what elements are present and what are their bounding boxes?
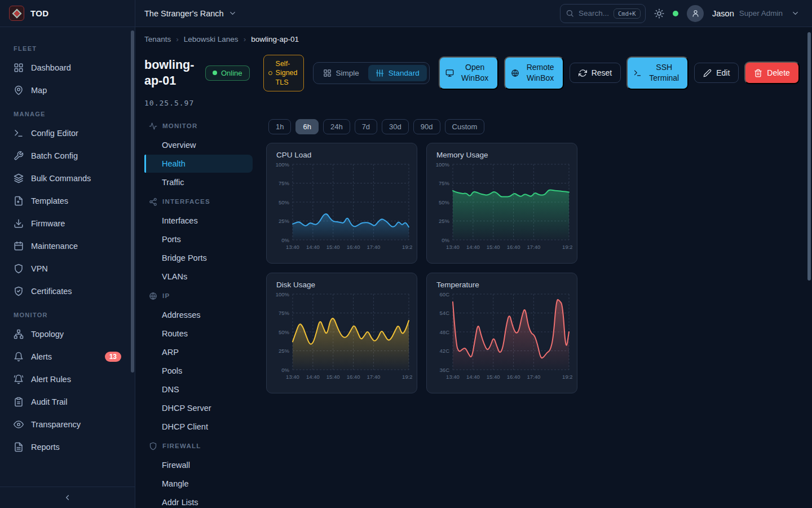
search-input[interactable]: Search... Cmd+K: [560, 4, 646, 23]
edit-button[interactable]: Edit: [694, 63, 739, 83]
cpu-load-chart: 0%25%50%75%100%13:4014:4015:4016:4017:40…: [272, 161, 412, 256]
sidebar-item-alerts[interactable]: Alerts 13: [7, 345, 128, 368]
nav-group-interfaces: INTERFACES: [144, 192, 253, 211]
device-nav-mangle[interactable]: Mangle: [144, 475, 253, 493]
sidebar-item-alert-rules[interactable]: Alert Rules: [7, 368, 128, 391]
time-range-6h[interactable]: 6h: [295, 119, 318, 134]
sidebar-item-transparency[interactable]: Transparency: [7, 413, 128, 436]
time-range-custom[interactable]: Custom: [445, 119, 485, 134]
device-nav-bridge-ports[interactable]: Bridge Ports: [144, 249, 253, 267]
device-nav-dns[interactable]: DNS: [144, 380, 253, 398]
sidebar-scrollbar[interactable]: [131, 30, 134, 373]
sidebar-item-maintenance[interactable]: Maintenance: [7, 235, 128, 257]
chart-title: CPU Load: [276, 151, 412, 159]
reset-button[interactable]: Reset: [570, 63, 621, 83]
sidebar-item-firmware[interactable]: Firmware: [7, 212, 128, 235]
svg-text:17:40: 17:40: [527, 244, 540, 250]
device-nav-dhcp-server[interactable]: DHCP Server: [144, 399, 253, 417]
sidebar-item-certificates[interactable]: Certificates: [7, 280, 128, 303]
memory-usage-chart-card: Memory Usage 0%25%50%75%100%13:4014:4015…: [426, 143, 577, 264]
sidebar-item-map[interactable]: Map: [7, 79, 128, 102]
svg-text:13:40: 13:40: [286, 374, 299, 380]
wrench-icon: [14, 151, 24, 161]
view-option-simple[interactable]: Simple: [316, 65, 367, 81]
svg-text:0%: 0%: [281, 366, 289, 373]
topbar-right: Search... Cmd+K Jason Super Admin: [560, 4, 812, 23]
breadcrumb-tenant-name[interactable]: Lebowski Lanes: [184, 35, 239, 43]
shield-check-icon: [14, 286, 24, 296]
svg-text:25%: 25%: [279, 348, 290, 354]
sidebar-collapse-button[interactable]: [0, 487, 135, 508]
sidebar-item-config-editor[interactable]: Config Editor: [7, 122, 128, 144]
sidebar-item-templates[interactable]: Templates: [7, 190, 128, 212]
tls-warning-label: Self-Signed TLS: [276, 59, 299, 87]
device-nav-ports[interactable]: Ports: [144, 230, 253, 248]
device-nav-addr-lists[interactable]: Addr Lists: [144, 493, 253, 508]
sidebar-item-label: Bulk Commands: [31, 174, 91, 183]
svg-text:19:25: 19:25: [562, 374, 572, 380]
theme-toggle-button[interactable]: [654, 8, 664, 19]
remote-winbox-button[interactable]: Remote WinBox: [504, 56, 564, 90]
sidebar-item-bulk-commands[interactable]: Bulk Commands: [7, 167, 128, 190]
svg-text:14:40: 14:40: [466, 244, 480, 250]
svg-text:16:40: 16:40: [347, 374, 360, 380]
sidebar-item-vpn[interactable]: VPN: [7, 257, 128, 280]
temperature-chart: 36C42C48C54C60C13:4014:4015:4016:4017:40…: [433, 291, 572, 386]
tls-warning-badge: Self-Signed TLS: [263, 55, 304, 91]
svg-text:25%: 25%: [439, 218, 450, 224]
chart-title: Memory Usage: [436, 151, 572, 159]
activity-icon: [149, 122, 157, 130]
download-icon: [14, 218, 24, 229]
delete-button[interactable]: Delete: [744, 62, 799, 84]
time-range-1h[interactable]: 1h: [268, 119, 291, 134]
alerts-count-badge: 13: [105, 352, 121, 362]
open-winbox-button[interactable]: Open WinBox: [439, 56, 498, 90]
sidebar-item-reports[interactable]: Reports: [7, 436, 128, 458]
trash-icon: [754, 69, 762, 77]
breadcrumb-tenants[interactable]: Tenants: [144, 35, 171, 43]
device-nav-pools[interactable]: Pools: [144, 362, 253, 380]
button-label: Remote WinBox: [524, 62, 557, 84]
app-brand: TOD: [0, 0, 135, 27]
device-nav-dhcp-client[interactable]: DHCP Client: [144, 418, 253, 436]
sidebar-item-dashboard[interactable]: Dashboard: [7, 56, 128, 79]
tenant-selector[interactable]: The Stranger's Ranch: [144, 9, 237, 18]
ssh-terminal-button[interactable]: SSH Terminal: [626, 56, 689, 90]
device-nav-routes[interactable]: Routes: [144, 325, 253, 343]
user-role: Super Admin: [739, 9, 783, 17]
pencil-icon: [703, 69, 712, 77]
bell-icon: [14, 352, 24, 362]
sidebar-item-label: Map: [31, 86, 47, 95]
svg-text:36C: 36C: [440, 366, 450, 373]
device-nav-vlans[interactable]: VLANs: [144, 268, 253, 286]
device-nav-firewall[interactable]: Firewall: [144, 456, 253, 474]
view-option-label: Simple: [336, 69, 359, 77]
device-nav-interfaces[interactable]: Interfaces: [144, 212, 253, 230]
topbar: TOD The Stranger's Ranch Search... Cmd+K…: [0, 0, 812, 27]
main-scrollbar[interactable]: [807, 32, 811, 281]
breadcrumb-separator: ›: [176, 35, 179, 43]
time-range-24h[interactable]: 24h: [323, 119, 350, 134]
device-nav-health[interactable]: Health: [144, 155, 253, 173]
button-label: Reset: [592, 68, 612, 77]
device-nav-addresses[interactable]: Addresses: [144, 306, 253, 324]
view-option-standard[interactable]: Standard: [368, 65, 427, 81]
sidebar-item-batch-config[interactable]: Batch Config: [7, 144, 128, 167]
svg-text:100%: 100%: [276, 161, 290, 167]
sidebar-item-label: Templates: [31, 196, 68, 205]
user-menu-button[interactable]: [791, 9, 800, 17]
time-range-30d[interactable]: 30d: [382, 119, 409, 134]
breadcrumb: Tenants › Lebowski Lanes › bowling-ap-01: [144, 35, 803, 43]
time-range-7d[interactable]: 7d: [355, 119, 377, 134]
sidebar-item-audit-trail[interactable]: Audit Trail: [7, 391, 128, 413]
device-nav-overview[interactable]: Overview: [144, 136, 253, 154]
svg-text:13:40: 13:40: [446, 374, 460, 380]
device-nav-traffic[interactable]: Traffic: [144, 173, 253, 191]
device-nav-arp[interactable]: ARP: [144, 343, 253, 361]
nav-group-firewall: FIREWALL: [144, 436, 253, 456]
sidebar-item-label: Dashboard: [31, 63, 71, 72]
sidebar-item-topology[interactable]: Topology: [7, 323, 128, 345]
disk-usage-chart: 0%25%50%75%100%13:4014:4015:4016:4017:40…: [272, 291, 412, 386]
time-range-90d[interactable]: 90d: [413, 119, 440, 134]
avatar[interactable]: [687, 5, 704, 22]
